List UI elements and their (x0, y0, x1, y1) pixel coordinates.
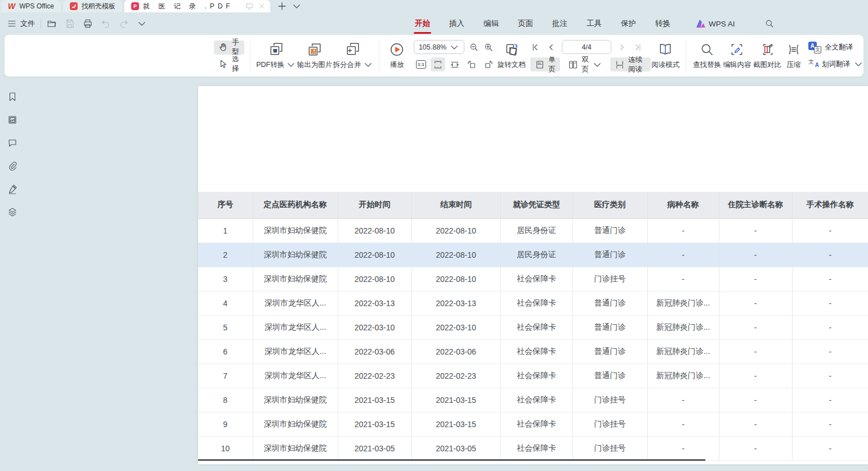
cell-institution: 深圳市龙华区人... (253, 364, 338, 388)
hamburger-icon (7, 19, 17, 29)
divider (379, 40, 379, 71)
cell-index: 2 (198, 243, 253, 267)
chevron-down-icon (853, 59, 863, 69)
cell-medical-category: 门诊挂号 (572, 267, 647, 291)
wps-ai-label: WPS AI (709, 20, 735, 28)
menu-tab-edit[interactable]: 编辑 (482, 12, 500, 35)
last-page-icon[interactable] (633, 42, 643, 52)
play-button[interactable]: 播放 (384, 35, 409, 77)
new-tab-icon[interactable] (277, 1, 287, 11)
export-image-button[interactable]: 输出为图片 (296, 35, 333, 77)
cell-main-diagnosis: - (719, 339, 792, 364)
search-icon[interactable] (764, 19, 775, 29)
cell-main-diagnosis: - (719, 364, 792, 388)
open-folder-icon[interactable] (47, 19, 57, 29)
actual-size-button[interactable]: 1:1 (414, 57, 428, 71)
screenshot-compare-button[interactable]: 截图对比 (752, 35, 782, 77)
single-page-button[interactable]: 单页 (530, 57, 560, 71)
edit-content-button[interactable]: 编辑内容 (722, 35, 753, 77)
cell-end-time: 2022-03-06 (411, 339, 500, 364)
edit-content-label: 编辑内容 (723, 60, 751, 70)
layers-panel-button[interactable] (6, 205, 19, 219)
cell-medical-category: 门诊挂号 (572, 436, 647, 460)
rotate-left-button[interactable] (464, 57, 479, 71)
compress-button[interactable]: 压缩 (782, 35, 805, 77)
page-number-input[interactable] (562, 40, 611, 54)
cell-index: 3 (198, 267, 253, 291)
previous-page-icon[interactable] (546, 42, 556, 52)
cell-main-diagnosis: - (719, 388, 792, 412)
zoom-out-icon[interactable] (469, 42, 479, 52)
cell-end-time: 2021-03-05 (411, 436, 500, 460)
chevron-down-icon (449, 42, 459, 52)
tab-docer-templates[interactable]: 找稻壳模板 (63, 0, 122, 12)
menu-tab-page[interactable]: 页面 (517, 12, 534, 35)
double-page-button[interactable]: 双页 (563, 57, 607, 71)
cell-index: 9 (198, 412, 253, 436)
cell-operation-name: - (792, 218, 868, 243)
cell-index: 1 (198, 218, 253, 243)
cell-institution: 深圳市龙华区人... (253, 291, 338, 315)
cell-start-time: 2021-03-15 (338, 388, 411, 412)
fit-page-button[interactable] (431, 57, 445, 71)
hand-tool-button[interactable]: 手型 (214, 41, 244, 55)
first-page-icon[interactable] (530, 42, 540, 52)
file-menu-button[interactable]: 文件 (7, 19, 35, 29)
undo-icon[interactable] (101, 19, 111, 29)
zoom-level-select[interactable]: 105.88% (414, 40, 464, 54)
zoom-in-icon[interactable] (484, 42, 494, 52)
menu-tab-comment[interactable]: 批注 (551, 12, 569, 35)
monitor-share-icon[interactable] (245, 2, 253, 10)
menu-tab-protect[interactable]: 保护 (620, 12, 637, 35)
cell-operation-name: - (792, 315, 868, 339)
hand-tool-label: 手型 (232, 38, 240, 57)
cell-certificate-type: 社会保障卡 (500, 315, 572, 339)
read-mode-button[interactable]: 阅读模式 (651, 35, 680, 77)
menu-tab-tools[interactable]: 工具 (585, 12, 603, 35)
comment-panel-button[interactable] (6, 136, 19, 150)
rotate-document-button[interactable]: 旋转文档 (496, 35, 527, 77)
close-tab-icon[interactable] (258, 2, 266, 10)
table-header-cell: 结束时间 (411, 192, 500, 218)
menu-tab-insert[interactable]: 插入 (448, 12, 466, 35)
pdf-page[interactable]: 序号定点医药机构名称开始时间结束时间就诊凭证类型医疗类别病种名称住院主诊断名称手… (198, 86, 868, 464)
split-merge-button[interactable]: 拆分合并 (333, 35, 373, 77)
cell-end-time: 2022-08-10 (411, 243, 500, 267)
next-page-icon[interactable] (617, 42, 627, 52)
cell-start-time: 2022-03-13 (338, 291, 411, 315)
word-translate-icon: 文A (808, 59, 818, 69)
tab-wps-office[interactable]: W WPS Office (1, 0, 61, 12)
tab-document-pdf[interactable]: P 就 医 记 录 .PDF (124, 0, 270, 12)
single-page-label: 单页 (548, 55, 556, 74)
table-row: 4 深圳市龙华区人... 2022-03-13 2022-03-13 社会保障卡… (198, 291, 868, 315)
wps-ai-button[interactable]: WPS AI (696, 20, 735, 28)
signature-panel-button[interactable] (6, 182, 19, 196)
find-replace-button[interactable]: 查找替换 (692, 35, 722, 77)
menu-tab-home[interactable]: 开始 (414, 12, 431, 35)
full-text-translate-button[interactable]: A文 全文翻译 (808, 41, 863, 55)
continuous-reading-button[interactable]: 连续阅读 (610, 57, 651, 71)
bookmark-panel-button[interactable] (6, 90, 19, 104)
image-panel-button[interactable] (6, 113, 19, 127)
select-tool-button[interactable]: 选择 (214, 57, 244, 71)
pdf-convert-button[interactable]: W PDF转换 (256, 35, 296, 77)
cell-certificate-type: 社会保障卡 (500, 388, 572, 412)
left-tool-panel (0, 77, 25, 471)
redo-icon[interactable] (119, 19, 129, 29)
edit-content-icon (730, 42, 744, 57)
tab-list-chevron-icon[interactable] (292, 1, 302, 11)
rotate-right-button[interactable] (481, 57, 496, 71)
print-icon[interactable] (83, 19, 93, 29)
attachment-panel-button[interactable] (6, 159, 19, 173)
cell-main-diagnosis: - (719, 267, 792, 291)
divider (250, 40, 250, 71)
fit-width-button[interactable] (448, 57, 462, 71)
cell-disease-name: - (647, 412, 719, 436)
chevron-down-icon (286, 60, 296, 70)
quick-access-chevron-icon[interactable] (137, 19, 147, 29)
full-text-translate-label: 全文翻译 (825, 43, 853, 52)
menu-tab-convert[interactable]: 转换 (654, 12, 672, 35)
word-translate-button[interactable]: 文A 划词翻译 (808, 57, 863, 71)
save-icon[interactable] (65, 19, 75, 29)
chevron-down-icon (592, 60, 602, 70)
